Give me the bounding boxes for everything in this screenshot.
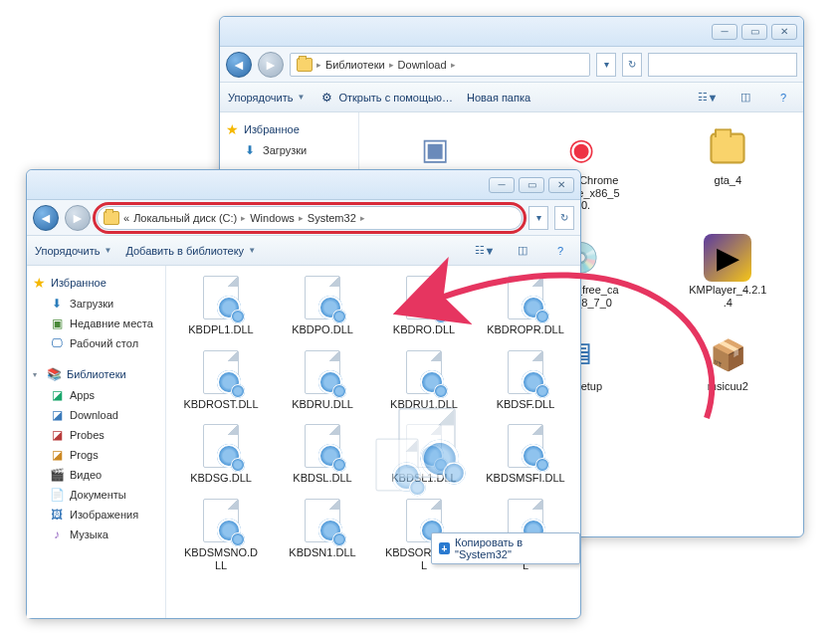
- file-item[interactable]: 📦msicuu2: [659, 328, 797, 395]
- history-drop-button[interactable]: ▾: [528, 206, 548, 230]
- dll-file-icon: [199, 348, 243, 396]
- breadcrumb-part[interactable]: Windows: [250, 212, 295, 224]
- organize-button[interactable]: Упорядочить▼: [228, 92, 305, 104]
- star-icon: ★: [33, 275, 46, 291]
- sidebar-item-recent[interactable]: ▣Недавние места: [31, 314, 161, 333]
- file-label: KBDSG.DLL: [190, 472, 252, 485]
- minimize-button[interactable]: ─: [712, 24, 737, 40]
- file-item[interactable]: KBDPO.DLL: [274, 272, 371, 338]
- dll-file-icon: [301, 274, 344, 321]
- file-label: KBDPL1.DLL: [188, 323, 253, 336]
- file-item[interactable]: ▶KMPlayer_4.2.1.4: [659, 232, 797, 311]
- sidebar-item-progs[interactable]: ◪Progs: [31, 445, 161, 465]
- refresh-button[interactable]: ↻: [554, 206, 574, 230]
- file-list[interactable]: KBDPL1.DLLKBDPO.DLLKBDRO.DLLKBDROPR.DLLK…: [166, 266, 580, 618]
- file-item[interactable]: KBDROPR.DLL: [477, 272, 574, 338]
- back-button[interactable]: ◄: [33, 205, 59, 231]
- forward-button[interactable]: ►: [65, 205, 91, 231]
- view-button[interactable]: ☷▼: [473, 240, 497, 262]
- file-item[interactable]: KBDSMSNO.DLL: [172, 495, 270, 573]
- back-button[interactable]: ◄: [226, 52, 252, 78]
- desktop-icon: 🖵: [49, 335, 65, 351]
- new-folder-button[interactable]: Новая папка: [467, 92, 530, 104]
- sidebar-item-pictures[interactable]: 🖼Изображения: [31, 505, 161, 525]
- sidebar-favorites-header[interactable]: ★ Избранное: [31, 272, 161, 294]
- pictures-icon: 🖼: [49, 507, 65, 523]
- breadcrumb[interactable]: « Локальный диск (C:) ▸ Windows ▸ System…: [97, 206, 523, 230]
- file-label: gta_4: [715, 174, 742, 187]
- close-button[interactable]: ✕: [548, 177, 574, 193]
- organize-button[interactable]: Упорядочить▼: [35, 245, 111, 257]
- file-item[interactable]: KBDSOREX.DLL: [375, 495, 473, 573]
- dll-file-icon: [402, 422, 446, 470]
- dll-file-icon: [199, 274, 243, 321]
- file-label: KBDRU.DLL: [292, 398, 353, 411]
- add-to-library-button[interactable]: Добавить в библиотеку▼: [125, 245, 256, 257]
- dll-file-icon: [301, 497, 344, 544]
- preview-pane-button[interactable]: ◫: [511, 240, 534, 262]
- sidebar-item-desktop[interactable]: 🖵Рабочий стол: [31, 333, 161, 353]
- breadcrumb[interactable]: ▸ Библиотеки ▸ Download ▸: [290, 53, 590, 77]
- sidebar-favorites-header[interactable]: ★ Избранное: [224, 118, 354, 140]
- file-label: KBDSN1.DLL: [289, 546, 355, 559]
- history-drop-button[interactable]: ▾: [596, 53, 616, 77]
- sidebar-item-video[interactable]: 🎬Видео: [31, 465, 161, 485]
- maximize-button[interactable]: ▭: [741, 24, 767, 40]
- sidebar-libraries-header[interactable]: ▾ 📚 Библиотеки: [31, 363, 161, 385]
- file-label: KBDPO.DLL: [292, 323, 353, 336]
- file-item[interactable]: KBDSF.DLL: [477, 346, 574, 413]
- file-item[interactable]: KBDRU1.DLL: [375, 346, 473, 413]
- forward-button[interactable]: ►: [258, 52, 284, 78]
- chevron-right-icon: ▸: [389, 60, 394, 70]
- chevron-right-icon: ▸: [299, 213, 304, 223]
- file-item[interactable]: KBDSN1.DLL: [274, 495, 371, 573]
- file-item[interactable]: KBDRO.DLL: [375, 272, 473, 338]
- breadcrumb-part[interactable]: Download: [398, 59, 447, 71]
- file-item[interactable]: KBDSORS1.DLL: [477, 495, 574, 573]
- view-button[interactable]: ☷▼: [696, 87, 720, 108]
- file-item[interactable]: KBDSG.DLL: [172, 420, 270, 487]
- file-item[interactable]: gta_4: [659, 122, 797, 214]
- chevron-right-icon: ▸: [451, 60, 456, 70]
- chevron-right-icon: ▸: [360, 213, 365, 223]
- titlebar[interactable]: ─ ▭ ✕: [27, 170, 580, 200]
- download-icon: ⬇: [49, 296, 65, 312]
- help-button[interactable]: ?: [771, 87, 795, 108]
- apps-icon: ◪: [49, 387, 65, 403]
- preview-pane-button[interactable]: ◫: [734, 87, 757, 108]
- minimize-button[interactable]: ─: [489, 177, 515, 193]
- file-item[interactable]: KBDROST.DLL: [172, 346, 270, 413]
- sidebar-item-downloads[interactable]: ⬇Загрузки: [31, 294, 161, 314]
- file-label: KBDSMSNO.DLL: [181, 546, 261, 571]
- documents-icon: 📄: [49, 487, 65, 503]
- file-item[interactable]: KBDPL1.DLL: [172, 272, 270, 338]
- titlebar[interactable]: ─ ▭ ✕: [220, 17, 803, 47]
- sidebar-item-downloads[interactable]: ⬇Загрузки: [224, 140, 354, 160]
- file-item[interactable]: KBDSMSFI.DLL: [477, 420, 574, 487]
- sidebar-item-documents[interactable]: 📄Документы: [31, 485, 161, 505]
- file-item[interactable]: KBDRU.DLL: [274, 346, 371, 413]
- file-item[interactable]: KBDSL.DLL: [274, 420, 371, 487]
- toolbar: Упорядочить▼ ⚙Открыть с помощью… Новая п…: [220, 83, 803, 112]
- search-input[interactable]: [648, 53, 797, 77]
- breadcrumb-part[interactable]: Локальный диск (C:): [133, 212, 237, 224]
- sidebar-item-music[interactable]: ♪Музыка: [31, 525, 161, 544]
- refresh-button[interactable]: ↻: [622, 53, 642, 77]
- folder-icon: [297, 57, 313, 73]
- dll-file-icon: [199, 497, 243, 544]
- help-button[interactable]: ?: [548, 240, 572, 262]
- sidebar-item-probes[interactable]: ◪Probes: [31, 425, 161, 445]
- breadcrumb-part[interactable]: System32: [308, 212, 356, 224]
- dll-file-icon: [504, 497, 547, 544]
- open-with-button[interactable]: ⚙Открыть с помощью…: [318, 90, 453, 106]
- maximize-button[interactable]: ▭: [519, 177, 544, 193]
- breadcrumb-part[interactable]: Библиотеки: [325, 59, 385, 71]
- dll-file-icon: [199, 422, 243, 470]
- sidebar-item-apps[interactable]: ◪Apps: [31, 385, 161, 405]
- toolbar: Упорядочить▼ Добавить в библиотеку▼ ☷▼ ◫…: [27, 236, 580, 266]
- file-item[interactable]: KBDSL1.DLL: [375, 420, 473, 487]
- close-button[interactable]: ✕: [771, 24, 797, 40]
- file-label: KBDROPR.DLL: [487, 323, 564, 336]
- sidebar-item-download[interactable]: ◪Download: [31, 405, 161, 425]
- breadcrumb-overflow[interactable]: «: [123, 212, 129, 224]
